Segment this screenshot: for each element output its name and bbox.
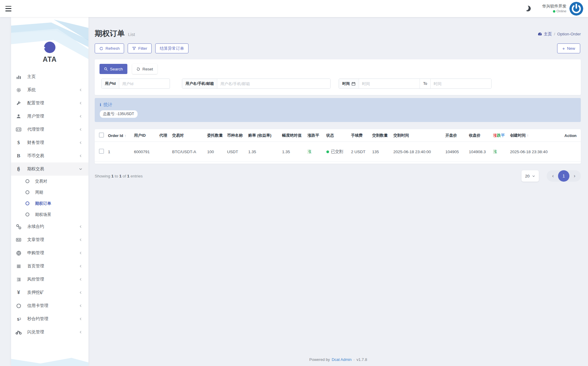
- circle-icon: [25, 190, 29, 194]
- column-header: Action: [563, 129, 581, 142]
- column-header: 涨跌平: [306, 129, 325, 142]
- user-menu[interactable]: 华兴软件开发 Online: [542, 2, 583, 16]
- sidebar-item[interactable]: 文章管理: [11, 233, 88, 246]
- sidebar-item[interactable]: 风控管理: [11, 273, 88, 286]
- cell-action: [563, 142, 581, 162]
- breadcrumb-current[interactable]: Option-Order: [557, 32, 581, 36]
- sidebar-item[interactable]: 代理管理: [11, 123, 88, 136]
- chevron-down-icon: [79, 167, 82, 171]
- sidebar-item[interactable]: ¥质押挖矿: [11, 286, 88, 299]
- sort-asc-icon[interactable]: ↑: [527, 133, 529, 138]
- column-header: 交割数量: [370, 129, 392, 142]
- sidebar-subitem[interactable]: 期权场景: [11, 209, 88, 220]
- next-page-button[interactable]: ›: [569, 173, 580, 179]
- sidebar-item[interactable]: B期权交易: [11, 162, 88, 176]
- cell-direction2: 涨: [491, 142, 508, 162]
- gear-icon: [16, 88, 22, 93]
- sidebar-subitem[interactable]: 交易对: [11, 176, 88, 187]
- search-icon: [104, 67, 108, 71]
- refresh-button[interactable]: Refresh: [95, 43, 124, 53]
- orders-table: Order Id↑用户ID代理交易对委托数量币种名称赔率 (收益率)幅度绝对值涨…: [95, 129, 581, 162]
- logo-icon: [44, 42, 55, 53]
- page-title: 期权订单: [95, 28, 125, 38]
- avatar[interactable]: [569, 2, 583, 16]
- new-button[interactable]: + New: [557, 43, 580, 53]
- sidebar-item[interactable]: $财务管理: [11, 136, 88, 149]
- user-name: 华兴软件开发: [542, 4, 566, 9]
- time-to-input[interactable]: [431, 79, 491, 88]
- table-row: 16000791BTC/USDT-A100USDT1.351.35涨已交割2 U…: [95, 142, 581, 162]
- sidebar-subitem[interactable]: 期权订单: [11, 198, 88, 209]
- undo-icon: [136, 67, 140, 71]
- chevron-left-icon: [79, 304, 82, 308]
- breadcrumb-home[interactable]: 主页: [538, 31, 552, 37]
- column-header: 开盘价: [444, 129, 467, 142]
- chevron-left-icon: [79, 291, 82, 294]
- online-dot: [553, 10, 555, 13]
- column-header: 幅度绝对值: [280, 129, 306, 142]
- user-name-phone-email-input[interactable]: [217, 79, 330, 88]
- column-header: 委托数量: [205, 129, 225, 142]
- wrench-icon: [16, 101, 22, 106]
- breadcrumb-separator: /: [554, 32, 555, 36]
- sidebar-item[interactable]: 申购管理: [11, 246, 88, 260]
- sort-asc-icon[interactable]: ↑: [124, 133, 126, 138]
- motorcycle-icon: [16, 330, 22, 335]
- column-header: 交割时间: [391, 129, 443, 142]
- sidebar-item-label: 申购管理: [27, 250, 44, 256]
- sidebar-item[interactable]: 永续合约: [11, 220, 88, 233]
- search-button[interactable]: Search: [99, 64, 127, 74]
- sidebar-item[interactable]: 首页管理: [11, 260, 88, 273]
- sidebar-item[interactable]: 闪兑管理: [11, 326, 88, 339]
- sidebar-item[interactable]: 信用卡管理: [11, 299, 88, 312]
- sidebar-item[interactable]: 用户管理: [11, 110, 88, 123]
- current-page-button[interactable]: 1: [558, 170, 569, 182]
- reset-button[interactable]: Reset: [132, 64, 157, 74]
- sidebar-toggle-icon[interactable]: [4, 6, 12, 12]
- cell-amplitude: 1.35: [280, 142, 306, 162]
- sidebar-subitem-label: 交易对: [35, 179, 47, 184]
- chain-icon: [16, 224, 22, 229]
- total-profit-badge: 总盈亏: -135USDT: [100, 110, 138, 118]
- sidebar-item[interactable]: 配置管理: [11, 97, 88, 110]
- sidebar-item-label: 信用卡管理: [27, 303, 48, 308]
- prev-page-button[interactable]: ‹: [548, 173, 558, 179]
- sidebar-item[interactable]: B币币交易: [11, 149, 88, 162]
- sidebar-item[interactable]: 主页: [11, 70, 88, 83]
- page-size-select[interactable]: 20: [521, 170, 539, 182]
- row-checkbox[interactable]: [99, 149, 104, 154]
- circle-icon: [25, 201, 29, 205]
- cell-pair: BTC/USDT-A: [170, 142, 205, 162]
- sidebar-item-label: 系统: [27, 87, 36, 93]
- outdent-icon: [16, 277, 22, 282]
- chevron-left-icon: [79, 154, 82, 158]
- sidebar-item-label: 首页管理: [27, 263, 44, 269]
- time-to-separator: To: [420, 79, 431, 88]
- chart-bar-icon: [16, 74, 22, 79]
- sidebar-item[interactable]: 系统: [11, 83, 88, 97]
- select-all-checkbox[interactable]: [99, 132, 104, 138]
- logo[interactable]: ATA: [11, 42, 88, 64]
- circle-icon: [25, 179, 29, 183]
- time-from-input[interactable]: [359, 79, 420, 88]
- sidebar-item-label: 期权交易: [27, 166, 44, 172]
- chevron-left-icon: [79, 88, 82, 92]
- chevron-down-icon: [532, 174, 535, 178]
- online-status: Online: [557, 9, 566, 14]
- chevron-left-icon: [79, 278, 82, 281]
- cell-settle-time: 2025-06-18 23:40:00: [391, 142, 443, 162]
- sidebar-subitem[interactable]: 周期: [11, 187, 88, 198]
- settle-abnormal-orders-button[interactable]: 结算异常订单: [155, 43, 189, 53]
- sidebar-item-label: 永续合约: [27, 224, 44, 229]
- filter-button[interactable]: Filter: [128, 43, 152, 53]
- dark-mode-icon[interactable]: [524, 5, 532, 12]
- id-card-icon: [16, 127, 22, 132]
- user-id-input[interactable]: [119, 79, 167, 88]
- column-header[interactable]: 创建时间↑: [508, 129, 563, 142]
- stats-title: 统计: [103, 102, 112, 108]
- sidebar-item[interactable]: 5秒合约管理: [11, 312, 88, 326]
- dcat-admin-link[interactable]: Dcat Admin: [332, 357, 352, 362]
- column-header[interactable]: Order Id↑: [106, 129, 132, 142]
- sidebar-subitem-label: 期权场景: [35, 212, 51, 217]
- cell-open-price: 104905: [444, 142, 467, 162]
